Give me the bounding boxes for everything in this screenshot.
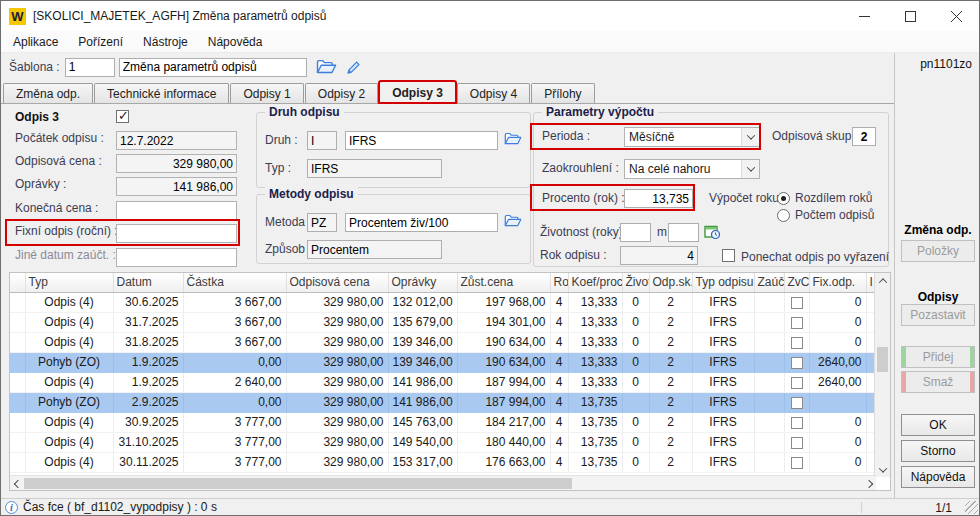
fixni-odpis-label: Fixní odpis (roční) : <box>15 224 118 238</box>
zvc-checkbox[interactable] <box>791 297 803 309</box>
odpisova-cena-field[interactable] <box>116 154 237 173</box>
table-row[interactable]: Odpis (4)31.8.20253 667,00329 980,00139 … <box>10 332 875 352</box>
calendar-clock-icon[interactable] <box>704 224 721 243</box>
column-header[interactable]: Koef/proc <box>568 273 622 292</box>
metoda-label: Metoda : <box>265 215 312 229</box>
open-folder-icon[interactable] <box>316 59 337 75</box>
template-name-input[interactable] <box>119 58 307 77</box>
druh-name-field[interactable] <box>345 131 498 150</box>
typ-field[interactable] <box>307 159 442 178</box>
zvc-checkbox[interactable] <box>791 457 803 469</box>
column-header[interactable]: Zůst.cena <box>457 273 550 292</box>
zvc-checkbox[interactable] <box>791 397 803 409</box>
menu-napoveda[interactable]: Nápověda <box>198 31 273 52</box>
tab-zmena-odp[interactable]: Změna odp. <box>3 83 93 103</box>
chevron-down-icon[interactable] <box>741 128 759 146</box>
scroll-right-icon[interactable] <box>861 476 876 491</box>
menu-nastroje[interactable]: Nástroje <box>133 31 198 52</box>
resize-grip[interactable] <box>965 501 978 514</box>
menu-aplikace[interactable]: Aplikace <box>3 31 68 52</box>
column-header[interactable]: Typ <box>25 273 113 292</box>
metoda-name-field[interactable] <box>345 213 498 232</box>
tab-prilohy[interactable]: Přílohy <box>531 83 594 103</box>
zaokrouhleni-select[interactable]: Na celé nahoru <box>624 159 760 179</box>
zivotnost-roky-field[interactable] <box>620 223 651 242</box>
column-header[interactable]: Rok <box>550 273 568 292</box>
napoveda-button[interactable]: Nápověda <box>901 466 975 488</box>
ok-button[interactable]: OK <box>901 414 975 436</box>
ponechat-odpis-checkbox[interactable] <box>722 249 735 262</box>
zvc-checkbox[interactable] <box>791 317 803 329</box>
smaz-button: Smaž <box>901 371 975 393</box>
zvc-checkbox[interactable] <box>791 417 803 429</box>
app-window: W [SKOLICI_MAJETEK_AGFH] Změna parametrů… <box>0 0 980 516</box>
column-header[interactable]: Fix.odp. <box>809 273 866 292</box>
vypocet-roku-label: Výpočet roku : <box>709 191 786 205</box>
maximize-icon[interactable] <box>887 1 933 31</box>
pocatek-odpisu-field[interactable] <box>116 131 237 150</box>
zvc-checkbox[interactable] <box>791 337 803 349</box>
fixni-odpis-field[interactable] <box>116 224 237 243</box>
column-header[interactable]: Typ odpisu <box>692 273 754 292</box>
zpusob-field[interactable] <box>307 240 442 259</box>
odpisova-skupina-field[interactable] <box>852 127 876 146</box>
scroll-left-icon[interactable] <box>10 476 25 491</box>
table-row[interactable]: Pohyb (ZO)1.9.20250,00329 980,00139 346,… <box>10 352 875 372</box>
table-row[interactable]: Odpis (4)31.7.20253 667,00329 980,00135 … <box>10 312 875 332</box>
tab-odpisy-4[interactable]: Odpisy 4 <box>457 83 530 103</box>
column-header[interactable]: ZvC <box>784 273 809 292</box>
druh-code-field[interactable] <box>307 131 337 150</box>
opravky-field[interactable] <box>116 177 237 196</box>
radio-poctem-odpisu[interactable]: Počtem odpisů <box>777 208 874 222</box>
radio-unselected-icon[interactable] <box>777 209 790 222</box>
radio-selected-icon[interactable] <box>777 192 790 205</box>
table-row[interactable]: Odpis (4)30.9.20253 777,00329 980,00145 … <box>10 412 875 432</box>
column-header[interactable]: Datum <box>113 273 183 292</box>
druh-folder-icon[interactable] <box>504 132 522 149</box>
procento-rok-field[interactable] <box>624 189 693 208</box>
column-header[interactable]: Zaúčt. <box>754 273 784 292</box>
tab-technicke-informace[interactable]: Technické informace <box>94 83 229 103</box>
parametry-vypoctu-group: Parametry výpočtu Perioda : Měsíčně Odpi… <box>533 112 889 267</box>
table-row[interactable]: Odpis (4)31.10.20253 777,00329 980,00149… <box>10 432 875 452</box>
tab-odpisy-1[interactable]: Odpisy 1 <box>230 83 303 103</box>
column-header[interactable]: Odp.sk. <box>649 273 692 292</box>
column-header[interactable]: Život. <box>622 273 649 292</box>
storno-button[interactable]: Storno <box>901 440 975 462</box>
metoda-folder-icon[interactable] <box>504 214 522 231</box>
pocatek-odpisu-label: Počátek odpisu : <box>15 131 104 145</box>
horizontal-scroll-thumb[interactable] <box>24 478 572 489</box>
scroll-down-icon[interactable] <box>875 462 890 477</box>
column-header[interactable]: Částka <box>183 273 286 292</box>
minimize-icon[interactable] <box>841 1 887 31</box>
zvc-checkbox[interactable] <box>791 357 803 369</box>
jine-datum-label: Jiné datum zaúčt. : <box>15 248 116 262</box>
table-row[interactable]: Odpis (4)1.9.20252 640,00329 980,00141 9… <box>10 372 875 392</box>
jine-datum-field[interactable] <box>116 248 237 267</box>
zivotnost-m-field[interactable] <box>668 223 699 242</box>
perioda-select[interactable]: Měsíčně <box>624 127 760 147</box>
table-row[interactable]: Odpis (4)30.11.20253 777,00329 980,00153… <box>10 452 875 472</box>
zvc-checkbox[interactable] <box>791 437 803 449</box>
close-icon[interactable] <box>933 1 979 31</box>
metoda-code-field[interactable] <box>307 213 337 232</box>
odpis3-checkbox[interactable] <box>116 110 129 123</box>
vertical-scrollbar[interactable] <box>874 273 890 477</box>
table-row[interactable]: Odpis (4)30.6.20253 667,00329 980,00132 … <box>10 292 875 312</box>
scroll-up-icon[interactable] <box>875 273 890 288</box>
table-row[interactable]: Pohyb (ZO)2.9.20250,00329 980,00141 986,… <box>10 392 875 412</box>
edit-pencil-icon[interactable] <box>346 60 361 75</box>
radio-rozdilem-roku[interactable]: Rozdílem roků <box>777 191 872 205</box>
konecna-cena-field[interactable] <box>116 201 237 220</box>
tab-odpisy-2[interactable]: Odpisy 2 <box>305 83 378 103</box>
column-header[interactable]: Oprávky <box>388 273 457 292</box>
chevron-down-icon[interactable] <box>741 160 759 178</box>
horizontal-scrollbar[interactable] <box>10 475 876 490</box>
zvc-checkbox[interactable] <box>791 377 803 389</box>
tab-odpisy-3[interactable]: Odpisy 3 <box>379 81 456 103</box>
vertical-scroll-thumb[interactable] <box>877 347 888 372</box>
template-number-input[interactable] <box>65 58 115 77</box>
menu-porizeni[interactable]: Pořízení <box>68 31 133 52</box>
rok-odpisu-field[interactable] <box>620 246 698 265</box>
column-header[interactable]: Odpisová cena <box>286 273 388 292</box>
